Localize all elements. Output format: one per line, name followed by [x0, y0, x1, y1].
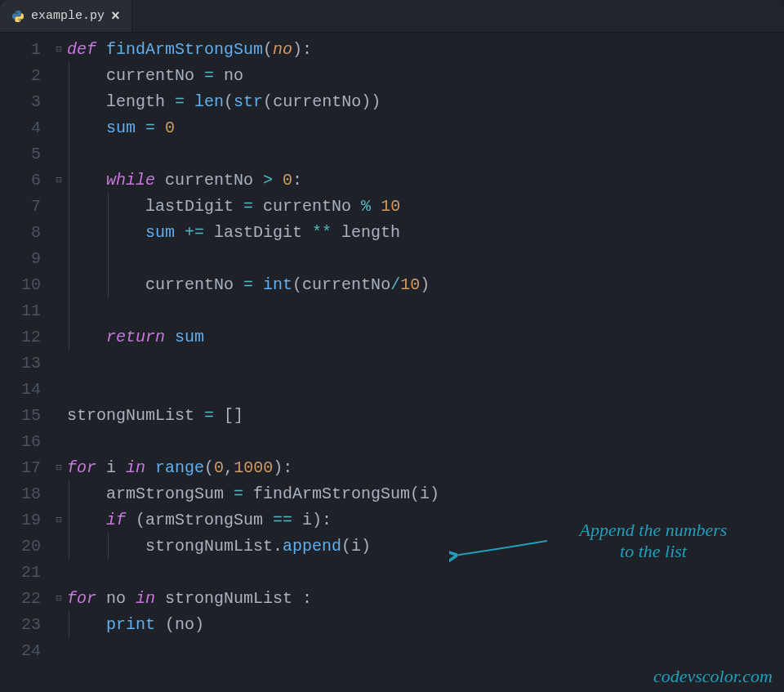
line-number: 17 — [0, 458, 51, 477]
code-line[interactable]: 6⊟ while currentNo > 0: — [0, 167, 784, 193]
line-number: 8 — [0, 223, 51, 242]
code-line[interactable]: 1⊟def findArmStrongSum(no): — [0, 36, 784, 62]
code-line[interactable]: 21 — [0, 559, 784, 585]
code-line[interactable]: 19⊟ if (armStrongSum == i): — [0, 507, 784, 533]
code-content[interactable]: if (armStrongSum == i): — [67, 511, 784, 529]
code-content[interactable]: def findArmStrongSum(no): — [67, 40, 784, 59]
line-number: 20 — [0, 537, 51, 556]
code-editor[interactable]: 1⊟def findArmStrongSum(no):2 currentNo =… — [0, 33, 784, 663]
tab-bar: example.py × — [0, 0, 784, 33]
indent-guide — [108, 533, 109, 559]
line-number: 6 — [0, 171, 51, 190]
line-number: 16 — [0, 432, 51, 451]
code-content[interactable]: for no in strongNumList : — [67, 589, 784, 608]
code-content[interactable]: armStrongSum = findArmStrongSum(i) — [67, 484, 784, 503]
line-number: 10 — [0, 275, 51, 294]
line-number: 11 — [0, 301, 51, 320]
code-line[interactable]: 15strongNumList = [] — [0, 402, 784, 428]
line-number: 15 — [0, 406, 51, 425]
code-content[interactable]: currentNo = int(currentNo/10) — [67, 275, 784, 294]
line-number: 2 — [0, 66, 51, 85]
indent-guide — [69, 480, 69, 559]
code-line[interactable]: 14 — [0, 376, 784, 402]
indent-guide — [69, 611, 69, 637]
code-line[interactable]: 16 — [0, 428, 784, 454]
code-content[interactable]: return sum — [67, 328, 784, 346]
line-number: 24 — [0, 641, 51, 660]
line-number: 19 — [0, 511, 51, 529]
code-content[interactable]: while currentNo > 0: — [67, 171, 784, 190]
line-number: 9 — [0, 249, 51, 268]
code-line[interactable]: 18 armStrongSum = findArmStrongSum(i) — [0, 480, 784, 507]
code-line[interactable]: 8 sum += lastDigit ** length — [0, 219, 784, 245]
code-line[interactable]: 3 length = len(str(currentNo)) — [0, 88, 784, 114]
code-line[interactable]: 20 strongNumList.append(i) — [0, 533, 784, 559]
code-content[interactable]: currentNo = no — [67, 66, 784, 85]
line-number: 3 — [0, 92, 51, 111]
tab-filename: example.py — [31, 9, 105, 23]
code-line[interactable]: 11 — [0, 297, 784, 324]
code-line[interactable]: 5 — [0, 141, 784, 167]
tab-example-py[interactable]: example.py × — [0, 0, 132, 32]
code-content[interactable]: strongNumList = [] — [67, 406, 784, 425]
code-content[interactable]: print (no) — [67, 615, 784, 634]
code-line[interactable]: 4 sum = 0 — [0, 114, 784, 141]
code-content[interactable]: sum = 0 — [67, 118, 784, 137]
code-content[interactable]: sum += lastDigit ** length — [67, 223, 784, 242]
line-number: 5 — [0, 145, 51, 163]
python-icon — [11, 10, 24, 23]
line-number: 4 — [0, 118, 51, 137]
code-content[interactable]: for i in range(0,1000): — [67, 458, 784, 477]
code-line[interactable]: 24 — [0, 637, 784, 663]
code-content[interactable]: lastDigit = currentNo % 10 — [67, 197, 784, 216]
code-line[interactable]: 7 lastDigit = currentNo % 10 — [0, 193, 784, 219]
fold-marker[interactable]: ⊟ — [51, 174, 67, 186]
line-number: 18 — [0, 484, 51, 503]
line-number: 7 — [0, 197, 51, 216]
code-line[interactable]: 17⊟for i in range(0,1000): — [0, 454, 784, 480]
code-line[interactable]: 23 print (no) — [0, 611, 784, 637]
code-line[interactable]: 22⊟for no in strongNumList : — [0, 585, 784, 611]
line-number: 1 — [0, 40, 51, 59]
line-number: 14 — [0, 380, 51, 399]
fold-marker[interactable]: ⊟ — [51, 462, 67, 474]
code-line[interactable]: 13 — [0, 350, 784, 376]
fold-marker[interactable]: ⊟ — [51, 514, 67, 526]
line-number: 22 — [0, 589, 51, 608]
indent-guide — [108, 193, 109, 297]
close-icon[interactable]: × — [111, 8, 120, 25]
line-number: 13 — [0, 354, 51, 373]
indent-guide — [69, 62, 69, 350]
fold-marker[interactable]: ⊟ — [51, 43, 67, 56]
code-line[interactable]: 10 currentNo = int(currentNo/10) — [0, 271, 784, 297]
code-line[interactable]: 2 currentNo = no — [0, 62, 784, 88]
code-line[interactable]: 12 return sum — [0, 324, 784, 350]
line-number: 23 — [0, 615, 51, 634]
code-content[interactable]: length = len(str(currentNo)) — [67, 92, 784, 111]
code-content[interactable]: strongNumList.append(i) — [67, 537, 784, 556]
fold-marker[interactable]: ⊟ — [51, 592, 67, 605]
line-number: 21 — [0, 563, 51, 582]
code-line[interactable]: 9 — [0, 245, 784, 271]
line-number: 12 — [0, 328, 51, 346]
watermark: codevscolor.com — [653, 666, 773, 687]
